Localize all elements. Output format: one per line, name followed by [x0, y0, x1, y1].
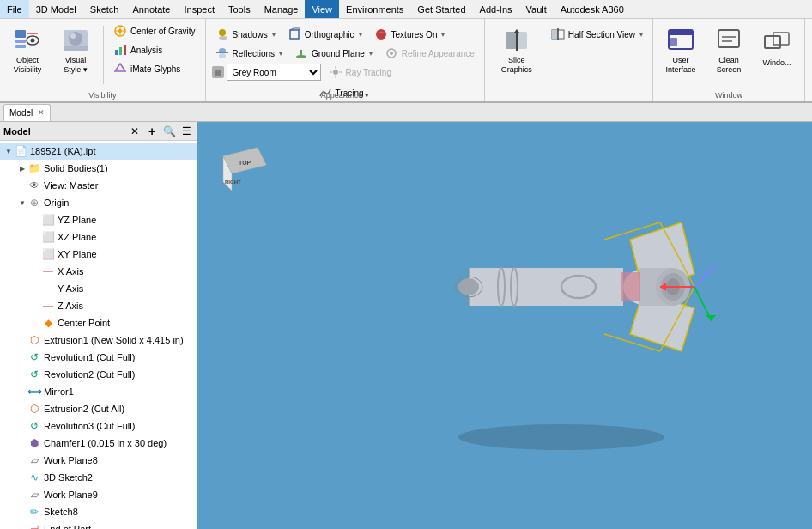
- tree-item-view-master[interactable]: 👁View: Master: [0, 177, 197, 194]
- tree-item-chamfer1[interactable]: ⬢Chamfer1 (0.015 in x 30 deg): [0, 435, 197, 452]
- menu-bar: File 3D Model Sketch Annotate Inspect To…: [0, 0, 812, 19]
- tree-arrow-root[interactable]: ▼: [3, 148, 14, 155]
- svg-point-24: [376, 29, 386, 40]
- svg-text:TOP: TOP: [239, 160, 251, 166]
- ground-plane-button[interactable]: Ground Plane ▾: [290, 45, 377, 62]
- tree-item-root[interactable]: ▼📄189521 (KA).ipt: [0, 143, 197, 160]
- half-section-icon: [551, 27, 565, 41]
- svg-marker-42: [514, 29, 519, 33]
- viewport[interactable]: TOP RIGHT: [197, 122, 812, 529]
- ray-tracing-icon: [329, 65, 342, 79]
- tab-model-close[interactable]: ✕: [38, 108, 45, 117]
- orthographic-icon: [288, 27, 301, 41]
- ray-tracing-label: Ray Tracing: [346, 68, 391, 77]
- tree-item-origin[interactable]: ▼⊕Origin: [0, 194, 197, 211]
- orthographic-button[interactable]: Orthographic ▾: [283, 26, 367, 43]
- tree-item-revolution3[interactable]: ↺Revolution3 (Cut Full): [0, 417, 197, 435]
- view-cube[interactable]: TOP RIGHT: [215, 139, 275, 199]
- slice-graphics-label: SliceGraphics: [501, 56, 532, 75]
- tree-icon-revolution1: ↺: [27, 350, 41, 364]
- tab-model-label: Model: [9, 108, 33, 118]
- tree-item-revolution2[interactable]: ↺Revolution2 (Cut Full): [0, 366, 197, 383]
- panel-close-icon[interactable]: ✕: [128, 125, 142, 138]
- visibility-content: ObjectVisibility Visual Style ▾: [5, 22, 200, 100]
- menu-view[interactable]: View: [305, 0, 339, 18]
- tree-arrow-origin[interactable]: ▼: [17, 199, 27, 207]
- refine-appearance-button[interactable]: Refine Appearance: [380, 45, 479, 62]
- panel-menu-icon[interactable]: ☰: [179, 125, 193, 138]
- shadows-button[interactable]: Shadows ▾: [211, 26, 280, 43]
- menu-file[interactable]: File: [0, 0, 29, 18]
- tree-item-xz-plane[interactable]: ⬜XZ Plane: [0, 228, 197, 246]
- slice-graphics-button[interactable]: SliceGraphics: [490, 22, 543, 79]
- tree-item-y-axis[interactable]: —Y Axis: [0, 280, 197, 297]
- tree-item-solid-bodies[interactable]: ▶📁Solid Bodies(1): [0, 160, 197, 177]
- center-gravity-icon: [113, 24, 127, 38]
- user-interface-button[interactable]: UserInterface: [658, 22, 703, 79]
- tree-item-xy-plane[interactable]: ⬜XY Plane: [0, 246, 197, 263]
- analysis-icon: [113, 43, 127, 57]
- analysis-button[interactable]: Analysis: [109, 41, 200, 58]
- tree-item-mirror1[interactable]: ⟺Mirror1: [0, 383, 197, 400]
- menu-manage[interactable]: Manage: [258, 0, 306, 18]
- svg-rect-14: [115, 50, 118, 55]
- menu-addins[interactable]: Add-Ins: [473, 0, 519, 18]
- object-visibility-button[interactable]: ObjectVisibility: [5, 22, 50, 79]
- tree-item-x-axis[interactable]: —X Axis: [0, 263, 197, 280]
- panel-search-icon[interactable]: 🔍: [162, 125, 176, 138]
- visibility-group-label: visibility: [0, 91, 205, 100]
- svg-point-19: [219, 36, 227, 40]
- clean-screen-button[interactable]: CleanScreen: [706, 22, 751, 79]
- main-area: Model ✕ + 🔍 ☰ ▼📄189521 (KA).ipt▶📁Solid B…: [0, 122, 812, 529]
- half-section-view-button[interactable]: Half Section View ▾: [547, 26, 647, 43]
- ray-tracing-button[interactable]: Ray Tracing: [324, 64, 396, 81]
- panel-add-icon[interactable]: +: [145, 125, 159, 138]
- tree-icon-y-axis: —: [41, 282, 55, 295]
- ribbon-group-window: UserInterface CleanScreen: [653, 19, 805, 101]
- shadows-label: Shadows: [233, 30, 268, 40]
- tree-item-yz-plane[interactable]: ⬜YZ Plane: [0, 211, 197, 228]
- center-gravity-label: Center of Gravity: [130, 27, 196, 36]
- tree-icon-yz-plane: ⬜: [41, 213, 55, 227]
- tree-label-revolution2: Revolution2 (Cut Full): [44, 369, 135, 380]
- textures-on-button[interactable]: Textures On ▾: [370, 26, 450, 43]
- svg-marker-81: [706, 315, 716, 321]
- switch-windows-button[interactable]: Windo...: [754, 22, 799, 74]
- tree-item-end-of-part[interactable]: ⊣End of Part: [0, 520, 197, 529]
- ribbon-group-appearance: Shadows ▾ Orthographic ▾ Textures On ▾: [206, 19, 485, 101]
- svg-point-18: [219, 29, 226, 36]
- tree-item-work-plane8[interactable]: ▱Work Plane8: [0, 452, 197, 469]
- imate-glyphs-button[interactable]: iMate Glyphs: [109, 60, 200, 77]
- menu-autodesk-a360[interactable]: Autodesk A360: [554, 0, 631, 18]
- tree-arrow-solid-bodies[interactable]: ▶: [17, 165, 27, 173]
- tree-item-revolution1[interactable]: ↺Revolution1 (Cut Full): [0, 349, 197, 366]
- svg-point-34: [333, 70, 338, 75]
- center-of-gravity-button[interactable]: Center of Gravity: [109, 22, 200, 40]
- menu-sketch[interactable]: Sketch: [83, 0, 126, 18]
- tree-label-view-master: View: Master: [44, 180, 98, 191]
- tree-item-z-axis[interactable]: —Z Axis: [0, 297, 197, 314]
- visual-style-button[interactable]: Visual Style ▾: [53, 22, 98, 79]
- menu-tools[interactable]: Tools: [221, 0, 258, 18]
- user-interface-icon: [667, 27, 694, 54]
- tree-item-sketch8[interactable]: ✏Sketch8: [0, 503, 197, 520]
- svg-rect-73: [621, 272, 640, 301]
- tree-item-sketch3d2[interactable]: ∿3D Sketch2: [0, 469, 197, 486]
- tree-icon-x-axis: —: [41, 264, 55, 278]
- menu-3dmodel[interactable]: 3D Model: [29, 0, 83, 18]
- menu-vault[interactable]: Vault: [519, 0, 554, 18]
- menu-annotate[interactable]: Annotate: [125, 0, 177, 18]
- tree-item-extrusion2[interactable]: ⬡Extrusion2 (Cut All): [0, 400, 197, 417]
- menu-environments[interactable]: Environments: [339, 0, 410, 18]
- reflections-button[interactable]: Reflections ▾: [211, 45, 287, 62]
- tree-item-center-point[interactable]: ◆Center Point: [0, 314, 197, 331]
- grey-room-select[interactable]: Grey Room: [227, 64, 321, 81]
- menu-get-started[interactable]: Get Started: [410, 0, 472, 18]
- appearance-row1: Shadows ▾ Orthographic ▾ Textures On ▾: [211, 26, 450, 43]
- tree-label-center-point: Center Point: [58, 318, 110, 328]
- tree-item-extrusion1[interactable]: ⬡Extrusion1 (New Solid x 4.415 in): [0, 331, 197, 349]
- menu-inspect[interactable]: Inspect: [178, 0, 221, 18]
- tree-icon-sketch8: ✏: [27, 505, 41, 519]
- tab-model[interactable]: Model ✕: [3, 104, 51, 121]
- tree-item-work-plane9[interactable]: ▱Work Plane9: [0, 486, 197, 503]
